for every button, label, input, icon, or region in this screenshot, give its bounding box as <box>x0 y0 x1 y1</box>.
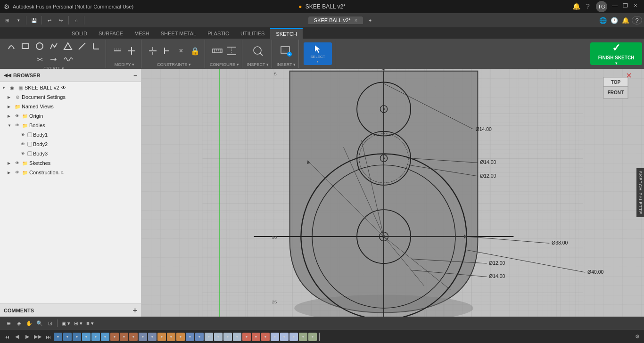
line-tool[interactable] <box>75 40 89 53</box>
view-cube[interactable]: TOP FRONT <box>599 73 633 103</box>
tl-item-28[interactable]: ● <box>308 333 317 341</box>
body3-vis-icon[interactable]: 👁 <box>19 150 26 157</box>
tl-item-6[interactable]: ● <box>101 333 109 341</box>
sketches-vis-icon[interactable]: 👁 <box>14 160 20 166</box>
tl-item-18[interactable]: ● <box>214 333 223 341</box>
camera-btn[interactable]: ◈ <box>14 318 24 328</box>
timeline-play-btn[interactable]: ▶ <box>23 332 32 342</box>
tl-item-26[interactable]: ● <box>289 333 298 341</box>
add-tab-btn[interactable]: + <box>365 15 375 25</box>
tab-utilities[interactable]: UTILITIES <box>235 28 270 39</box>
tl-item-12[interactable]: ● <box>157 333 166 341</box>
root-eye-icon[interactable]: 👁 <box>61 85 66 90</box>
user-avatar[interactable]: TG <box>596 1 607 12</box>
tab-solid[interactable]: SOLID <box>66 28 93 39</box>
tl-item-27[interactable]: ● <box>299 333 307 341</box>
tl-item-1[interactable]: ● <box>54 333 62 341</box>
horizontal-constraint[interactable] <box>146 44 159 57</box>
body2-vis-icon[interactable]: 👁 <box>19 141 26 147</box>
redo-btn[interactable]: ↪ <box>56 15 66 25</box>
tree-item-body1[interactable]: ▶ 👁 Body1 <box>0 130 141 139</box>
tl-item-25[interactable]: ● <box>280 333 289 341</box>
tab-close-icon[interactable]: × <box>355 17 357 23</box>
browser-collapse-btn[interactable]: – <box>133 72 137 79</box>
tl-item-13[interactable]: ● <box>167 333 175 341</box>
notifications-btn-2[interactable]: 🔔 <box>620 15 631 25</box>
display-mode-btn[interactable]: ▣ ▾ <box>60 318 72 328</box>
tl-item-21[interactable]: ● <box>242 333 251 341</box>
tl-item-23[interactable]: ● <box>261 333 270 341</box>
project-tool[interactable] <box>125 44 138 57</box>
offset-tool[interactable] <box>111 44 124 57</box>
history-btn[interactable]: 🕐 <box>609 15 619 25</box>
transform-btn[interactable]: ⊕ <box>4 318 13 328</box>
tl-item-17[interactable]: ● <box>205 333 213 341</box>
triangle-tool[interactable] <box>61 40 74 53</box>
tl-item-19[interactable]: ● <box>223 333 232 341</box>
save-btn[interactable]: 💾 <box>29 15 39 25</box>
tl-item-2[interactable]: ● <box>63 333 72 341</box>
origin-vis-icon[interactable]: 👁 <box>14 113 20 119</box>
fillet-tool[interactable] <box>90 40 103 53</box>
wave-tool[interactable] <box>61 53 74 66</box>
tl-item-15[interactable]: ● <box>186 333 194 341</box>
zoom-btn[interactable]: 🔍 <box>35 318 44 328</box>
sketch-dimensions[interactable] <box>225 44 238 57</box>
tab-surface[interactable]: SURFACE <box>93 28 129 39</box>
maximize-btn[interactable]: ❐ <box>620 1 630 10</box>
tree-item-construction[interactable]: ▶ 👁 📁 Construction , & <box>0 168 141 177</box>
file-menu-btn[interactable]: ▾ <box>13 15 24 25</box>
tl-item-14[interactable]: ● <box>176 333 185 341</box>
sketch-palette-toggle[interactable]: SKETCH PALETTE <box>636 168 644 217</box>
close-btn[interactable]: × <box>631 1 640 10</box>
tl-item-5[interactable]: ● <box>91 333 100 341</box>
tree-item-body3[interactable]: ▶ 👁 Body3 <box>0 149 141 158</box>
tab-sheet-metal[interactable]: SHEET METAL <box>155 28 202 39</box>
tl-item-11[interactable]: ● <box>148 333 157 341</box>
tl-item-24[interactable]: ● <box>271 333 279 341</box>
tree-item-root[interactable]: ▼ ◉ ▣ SKEE BALL v2 👁 <box>0 83 141 92</box>
rect-tool[interactable] <box>19 40 32 53</box>
root-visibility-icon[interactable]: ◉ <box>8 84 15 91</box>
tree-item-named-views[interactable]: ▶ 📁 Named Views <box>0 102 141 111</box>
tree-item-bodies[interactable]: ▼ 👁 📁 Bodies <box>0 121 141 130</box>
comments-add-btn[interactable]: + <box>133 306 137 315</box>
active-tab-chip[interactable]: SKEE BALL v2* × <box>308 16 363 24</box>
tl-item-9[interactable]: ● <box>129 333 138 341</box>
online-btn[interactable]: 🌐 <box>598 15 608 25</box>
notifications-btn[interactable]: 🔔 <box>571 1 582 11</box>
tree-item-doc-settings[interactable]: ▶ ⚙ Document Settings <box>0 92 141 102</box>
tl-item-7[interactable]: ● <box>110 333 119 341</box>
tl-item-8[interactable]: ● <box>120 333 128 341</box>
finish-sketch-btn[interactable]: ✓ FINISH SKETCH ▾ <box>590 42 642 65</box>
select-tool[interactable]: SELECT ▾ <box>304 42 332 65</box>
browser-collapse-icon[interactable]: ◀◀ <box>4 73 11 78</box>
measure-tool[interactable] <box>211 44 224 57</box>
tab-mesh[interactable]: MESH <box>129 28 155 39</box>
more-display-btn[interactable]: ≡ ▾ <box>85 318 95 328</box>
coincident-constraint[interactable]: × <box>174 44 188 57</box>
grid-display-btn[interactable]: ⊞ ▾ <box>73 318 84 328</box>
timeline-first-btn[interactable]: ⏮ <box>2 332 11 342</box>
arc-tool[interactable] <box>5 40 18 53</box>
scissors-tool[interactable]: ✂ <box>33 53 46 66</box>
tab-plastic[interactable]: PLASTIC <box>202 28 235 39</box>
bodies-vis-icon[interactable]: 👁 <box>14 122 20 129</box>
perpendicular-constraint[interactable] <box>160 44 173 57</box>
circle-tool[interactable] <box>33 40 46 53</box>
help-btn[interactable]: ? <box>583 1 593 11</box>
tl-item-20[interactable]: ● <box>233 333 241 341</box>
grid-menu-btn[interactable]: ⊞ <box>2 15 12 25</box>
tl-item-10[interactable]: ● <box>139 333 147 341</box>
polyline-tool[interactable] <box>47 40 60 53</box>
timeline-last-btn[interactable]: ⏭ <box>43 332 53 342</box>
home-btn[interactable]: ⌂ <box>71 15 82 25</box>
inspect-measure[interactable] <box>251 44 264 57</box>
tree-item-sketches[interactable]: ▶ 👁 📁 Sketches <box>0 158 141 168</box>
pan-btn[interactable]: ✋ <box>25 318 34 328</box>
extend-tool[interactable] <box>47 53 60 66</box>
zoom-fit-btn[interactable]: ⊡ <box>45 318 55 328</box>
tl-item-22[interactable]: ● <box>252 333 260 341</box>
minimize-btn[interactable]: — <box>610 1 619 10</box>
timeline-settings-btn[interactable]: ⚙ <box>633 332 642 342</box>
